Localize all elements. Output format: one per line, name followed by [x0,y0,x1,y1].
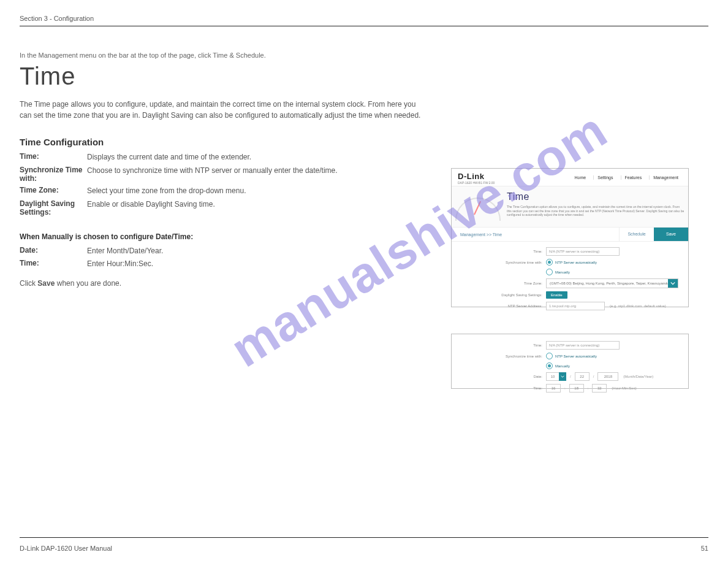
ntp-server-input[interactable]: 1.tw.pool.ntp.org [546,302,605,310]
minute-input[interactable]: 18 [569,384,584,393]
s2-radio-ntp-auto-label: NTP Server automatically [555,354,597,358]
chevron-down-icon [559,372,566,381]
field-time-label: Time: [20,152,87,163]
nav-features[interactable]: Features [621,175,646,180]
hero-title: Time [507,191,684,202]
s2-radio-manual[interactable] [546,362,553,369]
s2-radio-manual-label: Manually [555,364,570,368]
timezone-select-value: (GMT+08:00) Beijing, Hong Kong, Perth, S… [547,279,668,288]
time-config-heading: Time Configuration [20,137,436,147]
year-input[interactable]: 2018 [597,372,618,381]
footer-page-number: 51 [701,545,708,552]
footer-left: D-Link DAP-1620 User Manual [20,545,112,552]
s2-time2-label: Time: [458,386,546,390]
s1-dst-label: Daylight Saving Settings: [458,293,546,297]
save-note-post: when you are done. [57,279,121,288]
s1-time-display: N/A (NTP server is connecting) [546,247,620,256]
shot1-topbar: D-Link DAP-1620 HW:B1 FW:2.00 Home Setti… [452,169,688,186]
s2-time-label: Time: [458,343,546,347]
field-timezone-label: Time Zone: [20,186,87,196]
save-button[interactable]: Save [654,228,688,241]
radio-manual-label: Manually [555,270,570,274]
time-sep: : [563,386,567,390]
hero-desc: The Time Configuration option allows you… [507,205,684,217]
top-nav: Home Settings Features Management [571,175,682,180]
time-sep2: : [586,386,590,390]
schedule-button[interactable]: Schedule [619,228,654,241]
radio-manual[interactable] [546,269,553,275]
radio-ntp-auto[interactable] [546,259,553,266]
field-time-desc: Displays the current date and time of th… [87,152,418,163]
breadcrumb-row: Management >> Time Schedule Save [452,228,688,242]
s2-time-display: N/A (NTP server is connecting) [546,341,620,350]
s1-time-label: Time: [458,250,546,253]
save-note-bold: Save [37,279,55,288]
section-nav-text: In the Management menu on the bar at the… [20,52,436,59]
field-time2-desc: Enter Hour:Min:Sec. [87,259,418,269]
s2-date-label: Date: [458,375,546,378]
field-sync: Synchronize Time with: Choose to synchro… [20,166,436,183]
clock-gauge-icon [452,186,506,227]
s2-radio-ntp-auto[interactable] [546,353,553,359]
save-note: Click Save when you are done. [20,279,436,288]
timezone-select[interactable]: (GMT+08:00) Beijing, Hong Kong, Perth, S… [546,278,678,288]
save-note-pre: Click [20,279,36,288]
breadcrumb: Management >> Time [452,232,619,237]
field-timezone: Time Zone: Select your time zone from th… [20,186,436,196]
date-sep: / [569,375,572,378]
screenshot-manual-time: Time: N/A (NTP server is connecting) Syn… [451,334,689,389]
field-timezone-desc: Select your time zone from the drop-down… [87,186,418,196]
intro-paragraph: The Time page allows you to configure, u… [20,99,424,121]
field-dst: Daylight Saving Settings: Enable or disa… [20,199,436,216]
month-value: 10 [546,372,559,381]
header-divider [20,26,708,27]
shot1-hero: Time The Time Configuration option allow… [452,186,688,228]
shot1-form: Time: N/A (NTP server is connecting) Syn… [452,242,688,317]
date-hint: (Month/Date/Year) [623,375,653,378]
field-dst-label: Daylight Saving Settings: [20,199,87,216]
s1-ntp-label: NTP Server Address: [458,304,546,308]
brand-logo: D-Link [458,172,484,181]
nav-management[interactable]: Management [649,175,682,180]
field-sync-desc: Choose to synchronize time with NTP serv… [87,166,418,183]
time-hint: (Hour:Min:Sec) [612,386,636,390]
chevron-down-icon [668,279,678,288]
nav-home[interactable]: Home [571,175,590,180]
header-left-text: Section 3 - Configuration [20,15,94,22]
screenshot-time-page: D-Link DAP-1620 HW:B1 FW:2.00 Home Setti… [451,168,689,307]
hour-input[interactable]: 16 [546,384,561,393]
page-title: Time [20,63,436,90]
radio-ntp-auto-label: NTP Server automatically [555,261,597,264]
s1-sync-label: Synchronize time with: [458,261,546,264]
date-sep2: / [592,375,596,378]
field-sync-label: Synchronize Time with: [20,166,87,183]
dst-enable-button[interactable]: Enable [546,291,567,299]
field-date-label: Date: [20,246,87,256]
field-date: Date: Enter Month/Date/Year. [20,246,436,256]
day-input[interactable]: 22 [575,372,590,381]
s2-sync-label: Synchronize time with: [458,354,546,358]
ntp-server-hint: (e.g. ntp1.dlink.com. default value) [610,304,666,308]
footer-divider [20,537,708,538]
field-time2-label: Time: [20,259,87,269]
nav-settings[interactable]: Settings [593,175,616,180]
s1-tz-label: Time Zone: [458,282,546,285]
brand-subtext: DAP-1620 HW:B1 FW:2.00 [458,181,495,185]
field-time: Time: Displays the current date and time… [20,152,436,163]
manual-subheading: When Manually is chosen to configure Dat… [20,232,436,241]
second-input[interactable]: 32 [592,384,607,393]
field-dst-desc: Enable or disable Daylight Saving time. [87,199,418,216]
field-date-desc: Enter Month/Date/Year. [87,246,418,256]
field-time2: Time: Enter Hour:Min:Sec. [20,259,436,269]
month-select[interactable]: 10 [546,372,566,381]
